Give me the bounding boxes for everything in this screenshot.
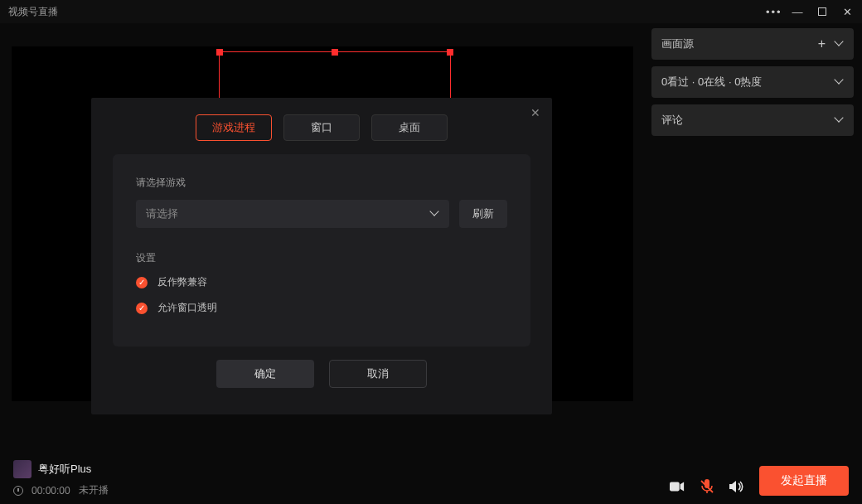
chevron-down-icon[interactable]: [835, 78, 844, 86]
chevron-down-icon[interactable]: [835, 116, 844, 124]
cancel-button[interactable]: 取消: [329, 360, 427, 388]
stream-time: 00:00:00: [31, 485, 70, 497]
ok-button[interactable]: 确定: [216, 360, 314, 388]
window-title: 视频号直播: [8, 5, 58, 19]
svg-rect-0: [670, 482, 680, 492]
panel-source[interactable]: 画面源 +: [651, 28, 854, 60]
resize-handle-tr[interactable]: [447, 49, 453, 56]
close-window-icon[interactable]: ✕: [840, 6, 854, 18]
game-select-placeholder: 请选择: [146, 206, 178, 221]
checkbox-checked-icon: ✓: [136, 303, 148, 314]
add-source-icon[interactable]: +: [818, 37, 826, 51]
more-icon[interactable]: •••: [766, 6, 779, 18]
resize-handle-tc[interactable]: [332, 49, 338, 56]
avatar: [13, 460, 31, 478]
tab-game-process[interactable]: 游戏进程: [196, 114, 272, 141]
refresh-button[interactable]: 刷新: [459, 200, 507, 228]
stream-status: 未开播: [79, 483, 109, 497]
game-select[interactable]: 请选择: [136, 200, 449, 228]
mic-muted-icon[interactable]: [700, 479, 714, 494]
maximize-icon[interactable]: [816, 6, 829, 18]
tab-desktop[interactable]: 桌面: [371, 114, 448, 141]
panel-comments-label: 评论: [661, 113, 835, 128]
panel-source-label: 画面源: [661, 36, 818, 51]
resize-handle-tl[interactable]: [216, 49, 223, 56]
tab-window[interactable]: 窗口: [283, 114, 360, 141]
panel-stats[interactable]: 0看过 · 0在线 · 0热度: [651, 66, 854, 98]
minimize-icon[interactable]: —: [791, 6, 804, 18]
panel-comments[interactable]: 评论: [651, 104, 854, 136]
start-stream-button[interactable]: 发起直播: [759, 466, 849, 496]
settings-label: 设置: [136, 251, 507, 265]
add-source-dialog: ✕ 游戏进程 窗口 桌面 请选择游戏 请选择 刷新 设置 ✓ 反作弊兼容 ✓ 允…: [91, 98, 552, 414]
panel-stats-label: 0看过 · 0在线 · 0热度: [661, 75, 835, 90]
username: 粤好听Plus: [38, 462, 91, 477]
close-dialog-icon[interactable]: ✕: [530, 106, 540, 119]
select-game-label: 请选择游戏: [136, 176, 507, 190]
chevron-down-icon: [431, 210, 439, 218]
speaker-icon[interactable]: [729, 479, 744, 494]
chevron-down-icon[interactable]: [835, 40, 844, 48]
checkbox-checked-icon: ✓: [136, 277, 148, 288]
camera-icon[interactable]: [670, 479, 685, 494]
option-allow-transparent[interactable]: ✓ 允许窗口透明: [136, 301, 507, 315]
option-anticheat[interactable]: ✓ 反作弊兼容: [136, 275, 507, 289]
clock-icon: [13, 486, 23, 496]
